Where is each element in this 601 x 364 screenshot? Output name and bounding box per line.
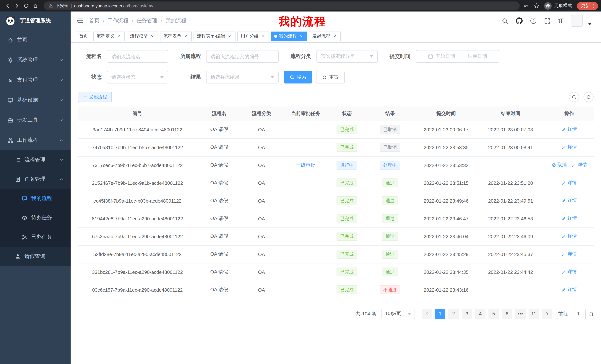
status-select[interactable]: 请选择状态	[107, 71, 168, 84]
page-button-5[interactable]: 5	[489, 308, 499, 319]
close-icon[interactable]: ×	[299, 34, 304, 39]
prev-page-button[interactable]	[421, 308, 432, 319]
edit-icon	[562, 127, 566, 132]
sidebar-item-my-process[interactable]: 我的流程	[0, 189, 70, 208]
page-button-3[interactable]: 3	[462, 308, 472, 319]
tab-user-group[interactable]: 用户分组×	[237, 31, 269, 41]
detail-action[interactable]: 详情	[562, 233, 577, 239]
page-size-select[interactable]: 10条/页	[381, 308, 415, 319]
breadcrumb-item-task-management[interactable]: 任务管理	[137, 18, 158, 24]
sidebar-toggle-button[interactable]	[77, 18, 83, 24]
browser-forward-button[interactable]	[12, 1, 21, 10]
sidebar-item-infrastructure[interactable]: 基础设施	[0, 90, 70, 110]
sidebar-item-done-tasks[interactable]: 已办任务	[0, 228, 70, 247]
avatar[interactable]	[571, 15, 583, 27]
detail-action[interactable]: 详情	[562, 251, 577, 257]
tab-process-form-edit[interactable]: 流程表单-编辑×	[193, 31, 235, 41]
col-submit-time: 提交时间	[416, 106, 476, 121]
process-name-label: 流程名	[78, 53, 102, 60]
github-icon[interactable]	[516, 18, 523, 24]
category-select[interactable]: 请选择流程分类	[316, 50, 378, 63]
cell-current-task	[281, 121, 330, 138]
page-button-6[interactable]: 6	[502, 308, 512, 319]
browser-back-button[interactable]	[3, 1, 12, 10]
help-icon[interactable]: ?	[531, 18, 536, 24]
sidebar-item-workflow[interactable]: 工作流程	[0, 130, 70, 150]
page-button-11[interactable]: 11	[529, 308, 539, 319]
goto-page-input[interactable]	[571, 308, 586, 319]
next-page-button[interactable]	[542, 308, 552, 319]
reset-button[interactable]: 重置	[316, 71, 345, 84]
tab-process-model[interactable]: 流程模型×	[127, 31, 158, 41]
toggle-search-button[interactable]	[569, 92, 579, 102]
tab-process-form[interactable]: 流程表单×	[160, 31, 192, 41]
search-button[interactable]: 搜索	[284, 71, 312, 84]
sidebar-item-dev-tools[interactable]: 研发工具	[0, 110, 70, 130]
incognito-label: 无痕模式	[554, 3, 572, 9]
detail-action[interactable]: 详情	[562, 215, 577, 222]
tab-process-definition[interactable]: 流程定义×	[93, 31, 125, 41]
cell-actions: 详情	[545, 138, 594, 156]
tab-home[interactable]: 首页	[76, 31, 91, 41]
sidebar-item-system[interactable]: 系统管理	[0, 50, 70, 70]
sidebar-item-leave-query[interactable]: 请假查询	[0, 247, 70, 266]
sidebar-item-todo-tasks[interactable]: 待办任务	[0, 208, 70, 228]
date-range-picker[interactable]: 开始日期 - 结束日期	[416, 50, 499, 63]
process-name-input[interactable]	[111, 54, 164, 59]
app-logo[interactable]: 芋道管理系统	[0, 11, 70, 30]
sidebar-item-task-management[interactable]: 任务管理	[0, 170, 70, 189]
cancel-action[interactable]: 取消	[551, 162, 567, 168]
detail-action[interactable]: 详情	[562, 287, 577, 293]
sidebar-item-process-management[interactable]: 流程管理	[0, 150, 70, 170]
tab-start-process[interactable]: 发起流程×	[309, 31, 341, 41]
close-icon[interactable]: ×	[183, 34, 188, 39]
tab-my-process[interactable]: 我的流程×	[271, 31, 307, 41]
page-button-1[interactable]: 1	[435, 308, 445, 319]
col-result: 结果	[364, 106, 416, 121]
detail-action[interactable]: 详情	[572, 162, 587, 168]
result-badge: 通过	[382, 179, 398, 187]
page-button-4[interactable]: 4	[475, 308, 485, 319]
result-badge: 通过	[382, 214, 398, 223]
address-bar[interactable]: 不安全 dashboard.yudao.iocoder.cn/bpm/task/…	[44, 1, 520, 10]
breadcrumb-item-workflow[interactable]: 工作流程	[108, 18, 129, 24]
table-row: 3ad174fb-7b9d-11ec-8404-acde48001122 OA …	[78, 121, 594, 138]
status-placeholder: 请选择状态	[111, 74, 136, 80]
breadcrumb: 首页 / 工作流程 / 任务管理 / 我的流程	[89, 18, 186, 24]
start-process-button[interactable]: 发起流程	[78, 92, 112, 102]
close-icon[interactable]: ×	[260, 34, 266, 39]
refresh-table-button[interactable]	[583, 92, 594, 102]
password-key-icon[interactable]	[523, 3, 529, 9]
detail-action[interactable]: 详情	[562, 269, 577, 275]
col-process-name: 流程名	[197, 106, 241, 121]
sidebar-item-payment[interactable]: ¥ 支付管理	[0, 70, 70, 90]
sidebar-item-home[interactable]: 首页	[0, 30, 70, 50]
process-id-input[interactable]	[210, 54, 274, 59]
result-badge: 已取消	[380, 143, 401, 152]
current-task-link[interactable]: 一级审批	[296, 162, 315, 168]
avatar-caret-down-icon[interactable]	[588, 23, 591, 25]
close-icon[interactable]: ×	[116, 34, 121, 39]
update-button[interactable]: 更新 ⋮	[577, 2, 598, 10]
col-category: 流程分类	[241, 106, 281, 121]
fullscreen-icon[interactable]	[544, 18, 551, 24]
refresh-icon	[586, 95, 591, 99]
kebab-menu-icon[interactable]: ⋮	[591, 3, 596, 8]
browser-home-button[interactable]	[31, 1, 40, 10]
detail-action[interactable]: 详情	[562, 126, 577, 133]
font-size-icon[interactable]: tT	[558, 18, 563, 24]
detail-action[interactable]: 详情	[562, 144, 577, 151]
detail-action[interactable]: 详情	[562, 198, 577, 204]
close-icon[interactable]: ×	[332, 34, 337, 39]
more-pages-button[interactable]: •••	[515, 308, 526, 319]
security-chip[interactable]: 不安全	[56, 3, 69, 9]
detail-action[interactable]: 详情	[562, 180, 577, 186]
breadcrumb-item-home[interactable]: 首页	[89, 18, 100, 24]
close-icon[interactable]: ×	[150, 34, 155, 39]
search-icon[interactable]	[502, 18, 508, 24]
result-select[interactable]: 请选择流结果	[206, 71, 279, 84]
close-icon[interactable]: ×	[227, 34, 232, 39]
page-button-2[interactable]: 2	[448, 308, 459, 319]
bookmark-star-icon[interactable]	[534, 3, 539, 9]
browser-reload-button[interactable]	[21, 1, 31, 10]
